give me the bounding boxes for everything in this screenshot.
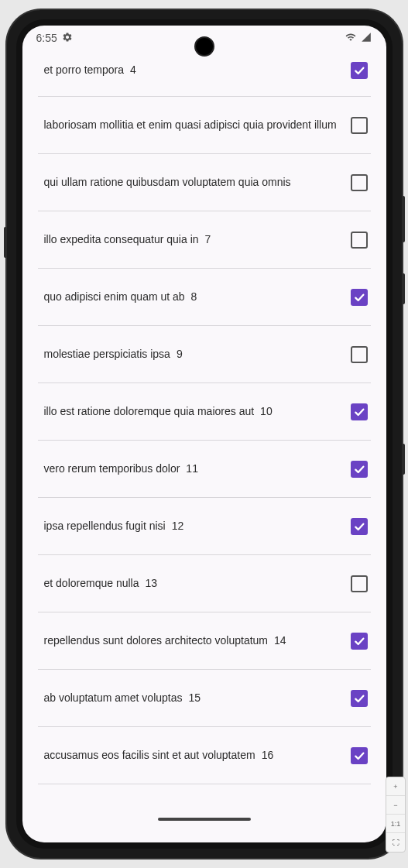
item-text: illo est ratione doloremque quia maiores… [44,404,345,420]
item-number: 9 [177,347,183,362]
item-text: illo expedita consequatur quia in 7 [44,232,345,248]
item-label: ab voluptatum amet voluptas [44,691,183,706]
list-item[interactable]: ipsa repellendus fugit nisi 12 [38,498,371,555]
expand-button[interactable]: ⛶ [386,833,405,852]
list-item[interactable]: repellendus sunt dolores architecto volu… [38,612,371,670]
checkbox[interactable] [351,633,368,650]
item-label: illo expedita consequatur quia in [44,232,199,248]
check-icon [353,520,365,533]
item-number: 16 [262,748,274,763]
emulator-controls: + − 1:1 ⛶ [386,777,406,853]
check-icon [353,291,365,304]
list-item[interactable]: illo est ratione doloremque quia maiores… [38,383,371,441]
item-text: ab voluptatum amet voluptas 15 [44,691,345,706]
item-text: molestiae perspiciatis ipsa 9 [44,347,345,362]
item-text: et porro tempora 4 [44,63,345,78]
zoom-in-button[interactable]: + [386,777,405,796]
check-icon [353,750,365,762]
item-text: quo adipisci enim quam ut ab 8 [44,290,345,305]
check-icon [353,64,365,77]
item-label: qui ullam ratione quibusdam voluptatem q… [44,175,291,190]
checkbox[interactable] [351,747,368,764]
item-number: 7 [205,232,211,248]
check-icon [353,463,365,475]
item-text: et doloremque nulla 13 [44,576,345,592]
item-text: laboriosam mollitia et enim quasi adipis… [44,118,345,133]
checkbox[interactable] [351,346,368,363]
item-text: repellendus sunt dolores architecto volu… [44,633,345,649]
checkbox[interactable] [351,117,368,134]
nav-bar-handle[interactable] [158,818,251,821]
checklist[interactable]: et porro tempora 4 laboriosam mollitia e… [29,50,380,784]
item-number: 4 [130,63,136,78]
camera-notch [194,36,214,57]
checkbox[interactable] [351,174,368,191]
item-label: et doloremque nulla [44,576,139,592]
item-text: ipsa repellendus fugit nisi 12 [44,519,345,534]
item-number: 8 [191,290,197,305]
list-item[interactable]: molestiae perspiciatis ipsa 9 [38,326,371,383]
list-item[interactable]: ab voluptatum amet voluptas 15 [38,670,371,727]
item-label: accusamus eos facilis sint et aut volupt… [44,748,255,763]
check-icon [353,406,365,418]
signal-icon [360,32,372,45]
check-icon [353,635,365,647]
checkbox[interactable] [351,62,368,79]
item-label: repellendus sunt dolores architecto volu… [44,633,269,649]
content-area: et porro tempora 4 laboriosam mollitia e… [22,50,386,830]
item-text: accusamus eos facilis sint et aut volupt… [44,748,345,763]
checkbox[interactable] [351,690,368,707]
item-text: qui ullam ratione quibusdam voluptatem q… [44,175,345,190]
checkbox[interactable] [351,518,368,535]
list-item[interactable]: vero rerum temporibus dolor 11 [38,441,371,498]
item-label: ipsa repellendus fugit nisi [44,519,166,534]
item-label: molestiae perspiciatis ipsa [44,347,170,362]
status-time: 6:55 [36,32,57,44]
checkbox[interactable] [351,461,368,478]
list-item[interactable]: quo adipisci enim quam ut ab 8 [38,269,371,326]
item-label: laboriosam mollitia et enim quasi adipis… [44,118,337,133]
wifi-icon [345,32,357,45]
item-number: 15 [189,691,201,706]
zoom-out-button[interactable]: − [386,796,405,815]
list-item[interactable]: laboriosam mollitia et enim quasi adipis… [38,97,371,154]
checkbox[interactable] [351,403,368,420]
item-label: et porro tempora [44,63,125,78]
item-number: 13 [145,576,157,592]
list-item[interactable]: accusamus eos facilis sint et aut volupt… [38,727,371,784]
list-item[interactable]: et doloremque nulla 13 [38,555,371,612]
item-label: vero rerum temporibus dolor [44,461,180,477]
item-number: 10 [260,404,273,420]
list-item[interactable]: qui ullam ratione quibusdam voluptatem q… [38,154,371,211]
checkbox[interactable] [351,289,368,306]
check-icon [353,692,365,705]
item-number: 11 [186,461,198,477]
item-number: 12 [172,519,184,534]
item-number: 14 [274,633,286,649]
item-label: quo adipisci enim quam ut ab [44,290,185,305]
item-label: illo est ratione doloremque quia maiores… [44,404,255,420]
list-item[interactable]: et porro tempora 4 [38,50,371,97]
zoom-ratio-button[interactable]: 1:1 [386,815,405,833]
list-item[interactable]: illo expedita consequatur quia in 7 [38,211,371,269]
checkbox[interactable] [351,575,368,592]
phone-screen: 6:55 [22,26,386,842]
checkbox[interactable] [351,232,368,249]
item-text: vero rerum temporibus dolor 11 [44,461,345,477]
gear-icon [62,32,73,45]
